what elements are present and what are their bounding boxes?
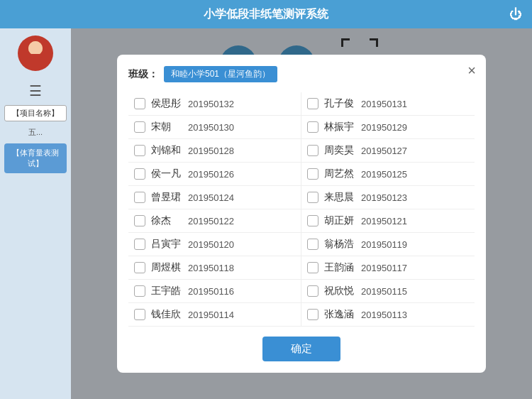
student-id: 201950119	[361, 239, 407, 250]
student-checkbox[interactable]	[134, 309, 145, 320]
student-list-item: 林振宇 201950129	[301, 116, 475, 139]
student-checkbox[interactable]	[134, 121, 145, 133]
confirm-button[interactable]: 确定	[262, 337, 340, 361]
student-id: 201950116	[188, 286, 234, 297]
sidebar-menu-icon[interactable]: ☰	[4, 82, 67, 99]
power-icon[interactable]: ⏻	[509, 7, 522, 22]
student-name: 祝欣悦	[324, 285, 355, 297]
student-name: 宋朝	[151, 121, 182, 133]
student-list-item: 翁杨浩 201950119	[301, 233, 475, 256]
modal-overlay: × 班级： 和睦小学501（星河鱼韵） 侯思彤 201950132 孔子俊 20…	[71, 28, 532, 399]
student-id: 201950121	[361, 216, 407, 226]
avatar	[18, 35, 53, 71]
student-list-item: 徐杰 201950122	[128, 209, 301, 233]
svg-rect-3	[30, 54, 41, 60]
student-list-item: 胡正妍 201950121	[301, 209, 475, 233]
student-name: 侯思彤	[151, 97, 182, 110]
student-name: 王宇皓	[151, 285, 182, 297]
student-checkbox[interactable]	[307, 98, 318, 109]
student-id: 201950129	[361, 122, 407, 133]
student-select-dialog: × 班级： 和睦小学501（星河鱼韵） 侯思彤 201950132 孔子俊 20…	[117, 55, 486, 373]
student-checkbox[interactable]	[134, 192, 145, 203]
student-id: 201950114	[188, 310, 234, 320]
student-list-item: 周艺然 201950125	[301, 163, 475, 186]
student-id: 201950127	[361, 146, 407, 156]
sidebar: ☰ 【项目名称】 五... 【体育量表测试】	[0, 28, 71, 399]
student-id: 201950122	[188, 216, 234, 226]
student-name: 吕寅宇	[151, 238, 182, 251]
student-list-item: 钱佳欣 201950114	[128, 303, 301, 327]
student-name: 刘锦和	[151, 144, 182, 157]
student-checkbox[interactable]	[307, 239, 318, 250]
student-id: 201950120	[188, 239, 234, 250]
student-checkbox[interactable]	[134, 262, 145, 273]
student-checkbox[interactable]	[134, 145, 145, 156]
student-id: 201950132	[188, 99, 234, 109]
student-name: 钱佳欣	[151, 308, 182, 321]
student-checkbox[interactable]	[134, 168, 145, 180]
student-list-item: 张逸涵 201950113	[301, 303, 475, 327]
student-name: 翁杨浩	[324, 238, 355, 251]
class-badge: 和睦小学501（星河鱼韵）	[164, 66, 277, 82]
student-name: 周艺然	[324, 168, 355, 180]
student-checkbox[interactable]	[307, 215, 318, 226]
student-checkbox[interactable]	[134, 285, 145, 297]
student-checkbox[interactable]	[307, 309, 318, 320]
project-label[interactable]: 【项目名称】	[4, 105, 67, 121]
student-name: 张逸涵	[324, 308, 355, 321]
class-label: 班级：	[128, 68, 158, 81]
dialog-header: 班级： 和睦小学501（星河鱼韵）	[128, 66, 475, 82]
student-checkbox[interactable]	[307, 145, 318, 156]
student-id: 201950124	[188, 192, 234, 203]
student-id: 201950131	[361, 99, 407, 109]
student-list-item: 侯一凡 201950126	[128, 163, 301, 186]
student-list: 侯思彤 201950132 孔子俊 201950131 宋朝 201950130…	[128, 92, 475, 327]
student-list-item: 王韵涵 201950117	[301, 256, 475, 280]
student-name: 周奕昊	[324, 144, 355, 157]
student-list-item: 周煜棋 201950118	[128, 256, 301, 280]
student-checkbox[interactable]	[134, 98, 145, 109]
student-id: 201950130	[188, 122, 234, 133]
student-checkbox[interactable]	[307, 285, 318, 297]
student-name: 孔子俊	[324, 97, 355, 110]
content-area: 扫学生二维码 × 班级： 和睦小学501（星河鱼韵） 侯思彤 201950132	[71, 28, 532, 399]
sidebar-sports-item[interactable]: 【体育量表测试】	[4, 143, 67, 173]
title-bar: 小学低段非纸笔测评系统 ⏻	[0, 0, 532, 28]
student-checkbox[interactable]	[307, 168, 318, 180]
student-list-item: 王宇皓 201950116	[128, 280, 301, 303]
student-list-item: 宋朝 201950130	[128, 116, 301, 139]
student-id: 201950118	[188, 263, 234, 273]
app-title: 小学低段非纸笔测评系统	[204, 7, 328, 22]
student-name: 来思晨	[324, 191, 355, 204]
student-name: 林振宇	[324, 121, 355, 133]
student-checkbox[interactable]	[307, 121, 318, 133]
student-list-item: 吕寅宇 201950120	[128, 233, 301, 256]
student-list-item: 刘锦和 201950128	[128, 139, 301, 163]
student-name: 周煜棋	[151, 261, 182, 274]
student-list-item: 来思晨 201950123	[301, 186, 475, 209]
student-id: 201950126	[188, 169, 234, 180]
student-name: 胡正妍	[324, 214, 355, 227]
student-checkbox[interactable]	[134, 239, 145, 250]
student-id: 201950125	[361, 169, 407, 180]
dialog-close-button[interactable]: ×	[467, 63, 476, 77]
student-list-item: 曾昱珺 201950124	[128, 186, 301, 209]
student-list-item: 孔子俊 201950131	[301, 92, 475, 116]
student-checkbox[interactable]	[134, 215, 145, 226]
student-id: 201950113	[361, 310, 407, 320]
student-id: 201950115	[361, 286, 407, 297]
student-id: 201950123	[361, 192, 407, 203]
student-checkbox[interactable]	[307, 192, 318, 203]
student-id: 201950128	[188, 146, 234, 156]
student-list-item: 祝欣悦 201950115	[301, 280, 475, 303]
student-list-item: 侯思彤 201950132	[128, 92, 301, 116]
student-checkbox[interactable]	[307, 262, 318, 273]
student-name: 王韵涵	[324, 261, 355, 274]
student-name: 曾昱珺	[151, 191, 182, 204]
svg-point-2	[28, 41, 43, 55]
project-name: 五...	[4, 127, 67, 138]
student-list-item: 周奕昊 201950127	[301, 139, 475, 163]
main-area: ☰ 【项目名称】 五... 【体育量表测试】	[0, 28, 532, 399]
student-id: 201950117	[361, 263, 407, 273]
dialog-footer: 确定	[128, 327, 475, 361]
